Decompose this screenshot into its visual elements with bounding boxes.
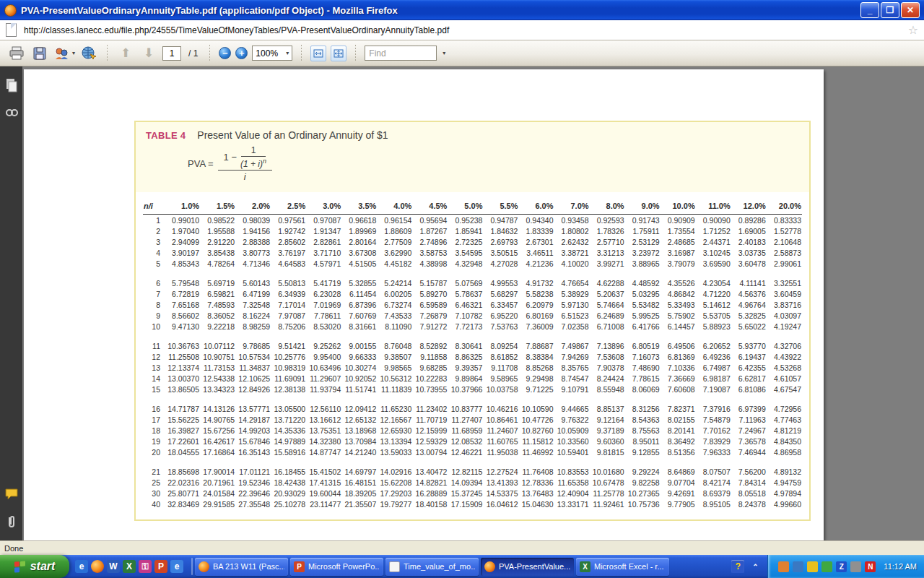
pva-value: 3.79079 — [661, 258, 696, 269]
find-input[interactable]: Find — [365, 46, 437, 61]
pva-value: 7.90378 — [590, 362, 625, 373]
pva-value: 4.81219 — [767, 425, 802, 436]
taskbar-window-button[interactable]: BA 213 W11 (Pasc... — [195, 558, 288, 576]
pva-value: 2.40183 — [731, 236, 767, 247]
pva-value: 1.88609 — [377, 225, 412, 236]
pva-value: 1.91347 — [306, 225, 341, 236]
pva-value: 9.25262 — [306, 340, 341, 351]
pva-value: 12.82115 — [448, 466, 483, 477]
pva-value: 10.59401 — [554, 447, 590, 457]
pva-value: 6.49506 — [661, 340, 696, 351]
quicklaunch-ie2-icon[interactable]: e — [170, 560, 183, 573]
tray-icon-messenger[interactable] — [778, 561, 789, 572]
pva-value: 10.30274 — [341, 362, 377, 373]
restore-button[interactable]: ❐ — [881, 2, 899, 18]
tray-icon-zip[interactable]: Z — [836, 561, 847, 572]
toolbar-separator — [355, 45, 356, 62]
pva-value: 7.36009 — [518, 321, 554, 332]
tray-icon-shield[interactable] — [807, 561, 818, 572]
pva-value: 4.72956 — [767, 403, 802, 414]
fit-width-button[interactable] — [310, 46, 326, 61]
help-button[interactable]: ? — [731, 560, 744, 573]
pva-value: 13.40472 — [412, 466, 448, 477]
save-button[interactable] — [30, 44, 49, 63]
pva-value: 11.25778 — [590, 488, 625, 499]
previous-page-button[interactable]: ⬆ — [116, 44, 135, 63]
find-dropdown-arrow[interactable]: ▾ — [443, 50, 445, 56]
taskbar-window-button[interactable]: XMicrosoft Excel - r... — [576, 558, 669, 576]
pva-value: 7.70162 — [696, 425, 731, 436]
collaborate-button[interactable]: ▾ — [53, 44, 75, 63]
pva-value: 8.31256 — [625, 403, 661, 414]
quicklaunch-word-icon[interactable]: W — [107, 560, 120, 573]
table-row: 1211.2550810.9075110.5753410.257769.9540… — [143, 351, 802, 362]
pva-value: 3.16987 — [661, 247, 696, 258]
taskbar-window-button[interactable]: PVA-PresentValue... — [481, 558, 574, 576]
pva-value: 2.77509 — [377, 236, 412, 247]
pva-value: 15.41502 — [306, 466, 341, 477]
tray-icon-network[interactable] — [793, 561, 803, 572]
pva-value: 9.51421 — [271, 340, 306, 351]
taskbar-button-label: Time_value_of_mo... — [404, 562, 475, 571]
pva-formula: PVA = 1 − 1 (1 + i)n i — [188, 145, 799, 182]
pva-value: 5.50813 — [271, 277, 306, 288]
collaborate-dropdown-arrow[interactable]: ▾ — [72, 50, 75, 56]
pva-value: 19.52346 — [235, 477, 271, 488]
url-input[interactable]: http://classes.lanecc.edu/file.php/24555… — [24, 25, 902, 35]
pva-value: 14.29187 — [235, 414, 271, 425]
web-button[interactable] — [79, 44, 98, 63]
pva-value: 5.32825 — [731, 310, 767, 321]
row-period: 15 — [143, 384, 165, 394]
pva-value: 10.83777 — [448, 403, 483, 414]
pva-value: 9.12855 — [625, 447, 661, 457]
zoom-out-button[interactable]: − — [219, 47, 231, 59]
pva-value: 6.73274 — [377, 299, 412, 310]
quicklaunch-powerpoint-icon[interactable]: P — [154, 560, 167, 573]
pva-value: 24.01584 — [200, 488, 235, 499]
pva-value: 6.62817 — [731, 373, 767, 384]
system-tray: ZN 11:12 AM — [767, 555, 924, 578]
close-button[interactable]: ✕ — [901, 2, 920, 18]
pva-value: 9.39357 — [448, 362, 483, 373]
tray-icon-volume[interactable] — [850, 561, 861, 572]
quicklaunch-key-icon[interactable]: ⚿ — [139, 560, 152, 573]
pva-value: 11.34837 — [235, 362, 271, 373]
pva-value: 14.32380 — [306, 436, 341, 447]
page-number-input[interactable]: 1 — [162, 46, 181, 61]
pva-value: 7.43533 — [377, 310, 412, 321]
attachments-panel-icon[interactable] — [4, 513, 19, 530]
pva-value: 0.83333 — [767, 215, 802, 226]
quicklaunch-ie-icon[interactable]: e — [75, 560, 88, 573]
taskbar-window-button[interactable]: PMicrosoft PowerPo... — [290, 558, 383, 576]
taskbar-chevron-button[interactable]: ⌃ — [749, 560, 762, 573]
next-page-button[interactable]: ⬇ — [139, 44, 158, 63]
pva-value: 3.58753 — [412, 247, 448, 258]
pva-value: 7.91272 — [412, 321, 448, 332]
fit-page-button[interactable] — [331, 46, 346, 61]
tray-icon-update[interactable] — [821, 561, 832, 572]
pva-value: 3.38721 — [554, 247, 590, 258]
tray-icon-norton[interactable]: N — [865, 561, 876, 572]
minimize-button[interactable]: _ — [860, 2, 879, 18]
start-button[interactable]: start — [0, 555, 69, 578]
quicklaunch-excel-icon[interactable]: X — [123, 560, 136, 573]
taskbar-window-button[interactable]: Time_value_of_mo... — [385, 558, 479, 576]
pva-value: 1.71252 — [696, 225, 731, 236]
window-titlebar[interactable]: PVA-PresentValueOrdinaryAnnuityTable.pdf… — [0, 0, 924, 20]
pva-value: 4.96764 — [731, 299, 767, 310]
pva-value: 10.67478 — [590, 477, 625, 488]
quicklaunch-firefox-icon[interactable] — [91, 560, 104, 573]
bookmarks-panel-icon[interactable] — [4, 104, 19, 121]
pages-panel-icon[interactable] — [4, 77, 19, 94]
comments-panel-icon[interactable] — [4, 486, 19, 503]
pva-value: 2.48685 — [661, 236, 696, 247]
globe-page-icon — [81, 46, 97, 61]
zoom-in-button[interactable]: + — [235, 47, 248, 59]
zoom-level-select[interactable]: 100% ▾ — [252, 46, 292, 61]
pva-value: 1.87267 — [412, 225, 448, 236]
bookmark-star-icon[interactable]: ☆ — [908, 23, 918, 37]
row-group-spacer — [143, 332, 802, 340]
pva-value: 11.29607 — [306, 373, 341, 384]
pva-value: 12.54338 — [200, 373, 235, 384]
print-button[interactable] — [7, 44, 26, 63]
